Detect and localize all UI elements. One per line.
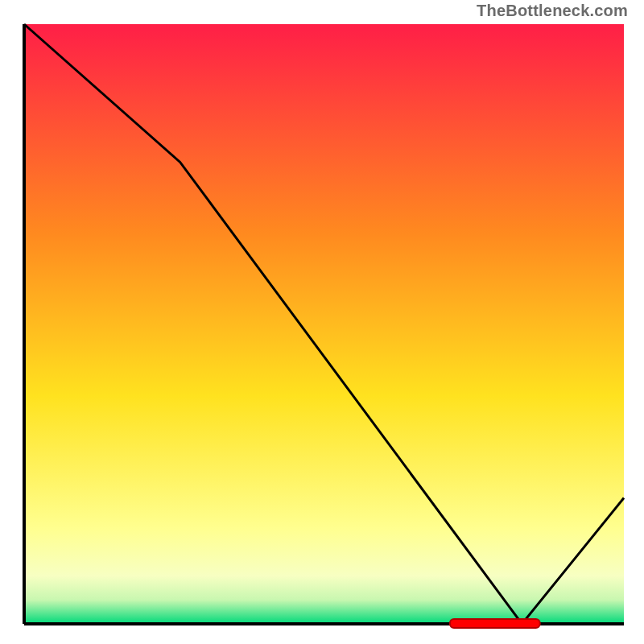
- optimum-range-marker: [450, 619, 540, 628]
- plot-background: [24, 24, 624, 624]
- bottleneck-chart: [0, 0, 644, 644]
- chart-container: { "watermark": "TheBottleneck.com", "cha…: [0, 0, 644, 644]
